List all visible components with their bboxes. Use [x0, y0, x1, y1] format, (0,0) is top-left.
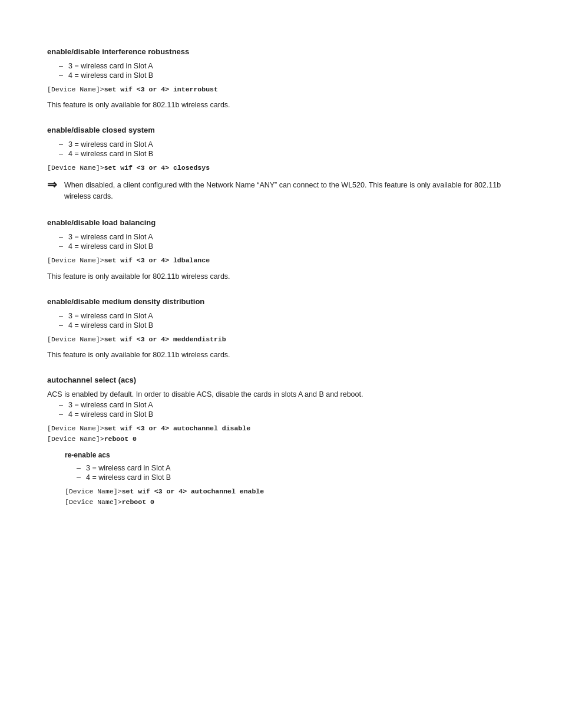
code-line: [Device Name]>set wif <3 or 4> autochann…	[47, 423, 515, 434]
bullet-item: 4 = wireless card in Slot B	[59, 321, 515, 330]
bullet-item: 3 = wireless card in Slot A	[59, 312, 515, 320]
section-title-acs: autochannel select (acs)	[47, 375, 515, 384]
bullet-list-load-balancing: 3 = wireless card in Slot A4 = wireless …	[59, 233, 515, 251]
code-block-acs: [Device Name]>set wif <3 or 4> autochann…	[47, 423, 515, 445]
section-closed-system: enable/disable closed system3 = wireless…	[47, 126, 515, 202]
section-acs: autochannel select (acs)ACS is enabled b…	[47, 375, 515, 508]
code-line: [Device Name]>reboot 0	[47, 434, 515, 444]
bullet-list-re-enable-acs: 3 = wireless card in Slot A4 = wireless …	[77, 464, 515, 482]
section-intro-acs: ACS is enabled by default. In order to d…	[47, 390, 515, 398]
code-line: [Device Name]>set wif <3 or 4> interrobu…	[47, 84, 515, 95]
bullet-item: 3 = wireless card in Slot A	[59, 401, 515, 409]
arrow-note-icon: ⇒	[47, 179, 57, 190]
code-block-re-enable-acs: [Device Name]>set wif <3 or 4> autochann…	[65, 486, 515, 508]
bullet-item: 3 = wireless card in Slot A	[77, 464, 515, 472]
code-block-medium-density: [Device Name]>set wif <3 or 4> meddendis…	[47, 334, 515, 345]
bullet-item: 4 = wireless card in Slot B	[59, 242, 515, 251]
section-note-load-balancing: This feature is only available for 802.1…	[47, 272, 515, 281]
bullet-item: 4 = wireless card in Slot B	[59, 71, 515, 80]
section-note-medium-density: This feature is only available for 802.1…	[47, 351, 515, 359]
section-title-load-balancing: enable/disable load balancing	[47, 218, 515, 227]
code-block-interference: [Device Name]>set wif <3 or 4> interrobu…	[47, 84, 515, 95]
section-medium-density: enable/disable medium density distributi…	[47, 297, 515, 359]
code-line: [Device Name]>reboot 0	[65, 497, 515, 508]
code-block-closed-system: [Device Name]>set wif <3 or 4> closedsys	[47, 163, 515, 173]
bullet-item: 3 = wireless card in Slot A	[59, 62, 515, 70]
subsection-title-re-enable-acs: re-enable acs	[65, 451, 515, 459]
arrow-note-content: When disabled, a client configured with …	[64, 180, 515, 202]
section-note-interference: This feature is only available for 802.1…	[47, 101, 515, 109]
section-title-medium-density: enable/disable medium density distributi…	[47, 297, 515, 306]
code-line: [Device Name]>set wif <3 or 4> ldbalance	[47, 255, 515, 266]
bullet-item: 3 = wireless card in Slot A	[59, 140, 515, 149]
section-interference: enable/disable interference robustness3 …	[47, 47, 515, 109]
section-title-closed-system: enable/disable closed system	[47, 126, 515, 134]
arrow-note-box: ⇒ When disabled, a client configured wit…	[47, 180, 515, 202]
code-line: [Device Name]>set wif <3 or 4> meddendis…	[47, 334, 515, 345]
bullet-list-acs: 3 = wireless card in Slot A4 = wireless …	[59, 401, 515, 419]
subsection-re-enable-acs: re-enable acs3 = wireless card in Slot A…	[65, 451, 515, 508]
section-title-interference: enable/disable interference robustness	[47, 47, 515, 56]
section-load-balancing: enable/disable load balancing3 = wireles…	[47, 218, 515, 280]
bullet-item: 4 = wireless card in Slot B	[59, 150, 515, 158]
code-block-load-balancing: [Device Name]>set wif <3 or 4> ldbalance	[47, 255, 515, 266]
code-line: [Device Name]>set wif <3 or 4> autochann…	[65, 486, 515, 497]
bullet-list-interference: 3 = wireless card in Slot A4 = wireless …	[59, 62, 515, 80]
bullet-item: 4 = wireless card in Slot B	[77, 473, 515, 482]
bullet-list-closed-system: 3 = wireless card in Slot A4 = wireless …	[59, 140, 515, 158]
bullet-list-medium-density: 3 = wireless card in Slot A4 = wireless …	[59, 312, 515, 330]
bullet-item: 4 = wireless card in Slot B	[59, 410, 515, 419]
code-line: [Device Name]>set wif <3 or 4> closedsys	[47, 163, 515, 173]
bullet-item: 3 = wireless card in Slot A	[59, 233, 515, 241]
